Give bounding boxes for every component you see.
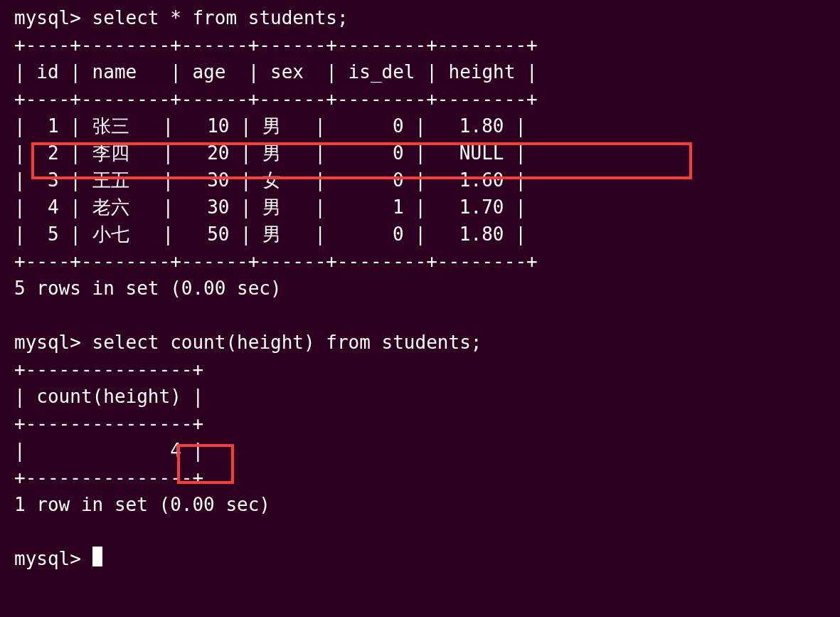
sql-query-2: select count(height) from students; bbox=[92, 332, 482, 353]
table2-border-mid: +---------------+ bbox=[14, 413, 203, 434]
table1-row: | 3 | 王五 | 30 | 女 | 0 | 1.60 | bbox=[14, 169, 526, 191]
table1-row: | 2 | 李四 | 20 | 男 | 0 | NULL | bbox=[14, 142, 526, 164]
table1-border-bot: +----+--------+------+------+--------+--… bbox=[14, 251, 538, 272]
cursor bbox=[92, 547, 102, 566]
sql-query-1: select * from students; bbox=[92, 7, 349, 28]
table2-border-bot: +---------------+ bbox=[14, 467, 203, 488]
table1-status: 5 rows in set (0.00 sec) bbox=[14, 278, 282, 299]
prompt: mysql> bbox=[14, 332, 81, 353]
prompt: mysql> bbox=[14, 7, 81, 28]
table1-header: | id | name | age | sex | is_del | heigh… bbox=[14, 61, 538, 83]
table1-row: | 1 | 张三 | 10 | 男 | 0 | 1.80 | bbox=[14, 115, 526, 137]
prompt: mysql> bbox=[14, 548, 81, 569]
table2-header: | count(height) | bbox=[14, 386, 203, 407]
terminal-content: mysql> select * from students; +----+---… bbox=[14, 4, 538, 572]
terminal-window[interactable]: mysql> select * from students; +----+---… bbox=[0, 0, 840, 617]
table2-status: 1 row in set (0.00 sec) bbox=[14, 494, 270, 515]
table1-row: | 5 | 小七 | 50 | 男 | 0 | 1.80 | bbox=[14, 223, 526, 245]
table1-border-top: +----+--------+------+------+--------+--… bbox=[14, 34, 538, 56]
table2-row: | 4 | bbox=[14, 440, 203, 461]
table2-border-top: +---------------+ bbox=[14, 359, 203, 380]
table1-row: | 4 | 老六 | 30 | 男 | 1 | 1.70 | bbox=[14, 196, 526, 218]
table1-border-mid: +----+--------+------+------+--------+--… bbox=[14, 88, 538, 110]
